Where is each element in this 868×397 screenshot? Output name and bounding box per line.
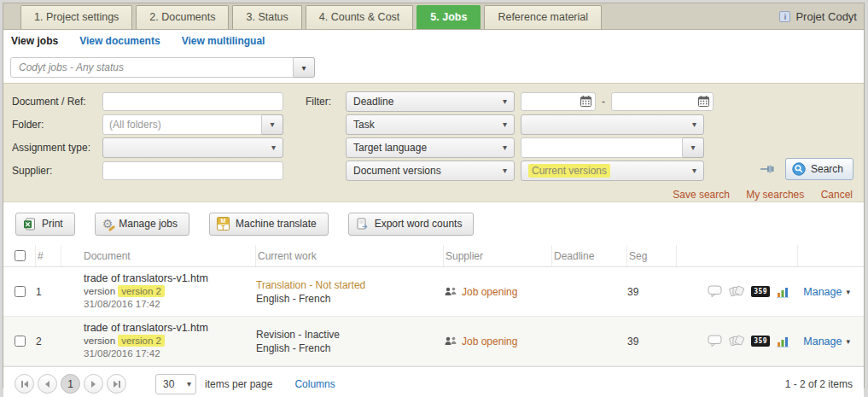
magnifier-icon [792, 162, 806, 176]
jobs-toolbar: Print ⚙ Manage jobs M T Machine translat… [3, 202, 864, 245]
word-count-badge[interactable]: 359 [751, 286, 770, 297]
deadline-to-input[interactable] [611, 92, 714, 111]
page-button-1[interactable]: 1 [61, 374, 80, 394]
fanned-sheets-icon[interactable] [729, 285, 744, 298]
saved-search-input[interactable] [10, 57, 294, 78]
filter-panel: Document / Ref: Filter: Deadline ▾ [3, 83, 864, 202]
job-opening-people-icon [444, 336, 457, 347]
row-icons-cell: 359 [677, 335, 798, 347]
header-deadline: Deadline [552, 245, 627, 266]
supplier-input[interactable] [102, 161, 283, 180]
document-ref-input[interactable] [102, 92, 283, 111]
filter-row-3: Assignment type: ▾ Target language ▾ ▾ [12, 136, 855, 159]
deadline-from-input[interactable] [521, 92, 596, 111]
search-button-label: Search [811, 163, 843, 175]
document-versions-value-select[interactable]: Current versions ▾ [521, 161, 704, 181]
export-word-counts-button[interactable]: Export word counts [348, 213, 475, 236]
version-value-highlighted: version 2 [118, 285, 165, 297]
chevron-down-icon: ▾ [687, 120, 696, 129]
job-opening-link[interactable]: Job opening [462, 286, 517, 298]
filter-type-select-target-language[interactable]: Target language ▾ [346, 137, 515, 158]
version-prefix: version [84, 286, 115, 296]
folder-dropdown-button[interactable]: ▾ [262, 114, 283, 135]
chevron-down-icon: ▾ [498, 96, 507, 106]
row-checkbox[interactable] [15, 336, 26, 347]
chevron-down-icon: ▾ [687, 166, 696, 175]
page-size-select[interactable]: 30 ▾ [155, 374, 196, 394]
my-searches-link[interactable]: My searches [746, 189, 804, 201]
cancel-link[interactable]: Cancel [821, 189, 853, 201]
machine-translate-button[interactable]: M T Machine translate [209, 213, 329, 236]
pin-icon[interactable] [760, 163, 775, 175]
tab-project-settings[interactable]: 1. Project settings [20, 5, 132, 29]
tab-jobs[interactable]: 5. Jobs [417, 5, 481, 29]
chevron-down-icon: ▾ [301, 63, 306, 73]
chevron-down-icon: ▾ [270, 120, 274, 129]
jobs-subnav: View jobs View documents View multilingu… [3, 30, 864, 52]
tab-bar: 1. Project settings 2. Documents 3. Stat… [3, 3, 864, 30]
folder-input[interactable]: (All folders) [102, 114, 262, 135]
target-language-input[interactable] [521, 137, 683, 158]
language-pair: English - French [256, 292, 444, 306]
saved-search-dropdown-button[interactable]: ▾ [294, 57, 315, 78]
select-all-checkbox[interactable] [15, 250, 26, 261]
fanned-sheets-icon[interactable] [729, 335, 744, 347]
manage-jobs-button[interactable]: ⚙ Manage jobs [95, 213, 189, 236]
tab-status[interactable]: 3. Status [232, 5, 301, 29]
previous-page-icon [45, 381, 50, 388]
subnav-view-multilingual[interactable]: View multilingual [182, 35, 265, 47]
header-supplier: Supplier [444, 245, 552, 266]
save-search-link[interactable]: Save search [673, 189, 730, 201]
manage-link[interactable]: Manage [803, 336, 842, 347]
supplier-cell: Job opening [444, 286, 552, 298]
info-icon[interactable]: i [779, 11, 790, 22]
folder-label: Folder: [12, 119, 102, 131]
statistics-bar-chart-icon[interactable] [777, 286, 789, 298]
comment-bubble-icon[interactable] [708, 335, 722, 347]
word-count-badge[interactable]: 359 [751, 336, 770, 347]
tab-counts-cost[interactable]: 4. Counts & Cost [306, 5, 414, 29]
previous-page-button[interactable] [38, 374, 57, 394]
filter-type-select-task[interactable]: Task ▾ [346, 114, 515, 135]
calendar-icon[interactable] [580, 96, 591, 107]
jobs-table: # Document Current work Supplier Deadlin… [3, 245, 864, 366]
gear-pencil-icon: ⚙ [102, 218, 114, 230]
filter-row-4: Supplier: Document versions ▾ Current ve… [12, 159, 855, 182]
manage-link[interactable]: Manage [803, 286, 842, 298]
export-word-counts-button-label: Export word counts [375, 218, 463, 230]
version-value-highlighted: version 2 [118, 335, 165, 347]
header-document: Document [61, 245, 256, 266]
deadline-select-value: Deadline [353, 96, 393, 108]
calendar-icon[interactable] [698, 96, 709, 107]
assignment-type-select[interactable]: ▾ [102, 137, 283, 158]
first-page-button[interactable] [15, 374, 34, 394]
filter-type-select-deadline[interactable]: Deadline ▾ [346, 91, 515, 112]
task-select-value: Task [353, 119, 375, 131]
print-button[interactable]: Print [15, 213, 75, 236]
next-page-button[interactable] [84, 374, 103, 394]
seg-cell: 39 [627, 336, 677, 347]
row-number: 2 [36, 336, 61, 347]
search-zone: Search [760, 158, 853, 180]
comment-bubble-icon[interactable] [708, 285, 722, 298]
subnav-view-documents[interactable]: View documents [79, 35, 160, 47]
filter-type-select-document-versions[interactable]: Document versions ▾ [346, 161, 515, 181]
columns-link[interactable]: Columns [294, 378, 335, 390]
search-button[interactable]: Search [785, 158, 853, 180]
search-action-links: Save search My searches Cancel [12, 182, 855, 201]
row-checkbox[interactable] [15, 286, 26, 297]
task-value-select[interactable]: ▾ [521, 114, 704, 135]
statistics-bar-chart-icon[interactable] [777, 336, 789, 347]
seg-cell: 39 [627, 286, 677, 298]
machine-translate-button-label: Machine translate [236, 218, 317, 230]
tab-reference-material[interactable]: Reference material [484, 5, 602, 29]
job-opening-link[interactable]: Job opening [462, 336, 517, 347]
app-window: 1. Project settings 2. Documents 3. Stat… [3, 3, 865, 388]
supplier-cell: Job opening [444, 336, 552, 347]
last-page-icon [114, 381, 118, 388]
chevron-down-icon: ▾ [187, 379, 191, 388]
target-language-dropdown-button[interactable]: ▾ [683, 137, 704, 158]
last-page-button[interactable] [107, 374, 126, 394]
tab-documents[interactable]: 2. Documents [136, 5, 229, 29]
subnav-view-jobs[interactable]: View jobs [11, 35, 58, 47]
